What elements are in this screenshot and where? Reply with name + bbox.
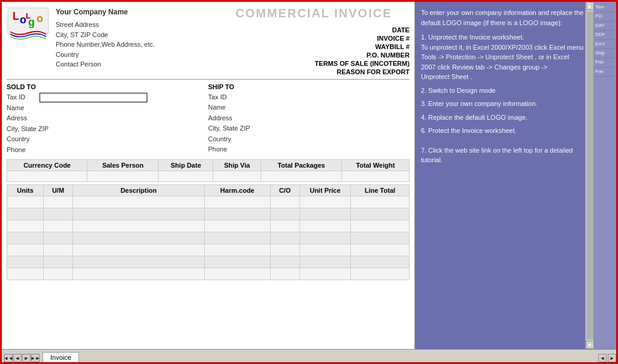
items-cell: [351, 256, 410, 268]
step7: 7. Click the web site link on the left t…: [421, 145, 585, 165]
items-cell: [299, 268, 351, 280]
sidebar-intro-text: To enter your own company information an…: [421, 8, 585, 28]
bottom-scroll-group: ◄ ►: [597, 354, 616, 362]
items-cell: [7, 268, 44, 280]
ship-phone-row: Phone: [208, 145, 409, 154]
items-row: [7, 208, 410, 220]
step2-text: 2. Switch to: [421, 87, 455, 94]
ship-to-section: SHIP TO Tax ID Name Address City, State …: [208, 83, 409, 156]
items-cell: [270, 232, 299, 244]
items-cell: [351, 220, 410, 232]
invoice-tab[interactable]: Invoice: [43, 352, 79, 362]
sold-to-section: SOLD TO Tax ID Name Adress City, State Z…: [7, 83, 208, 156]
main-area: L L L o g o Your Company N: [2, 2, 616, 349]
invoice-header: L L L o g o Your Company N: [2, 2, 414, 79]
items-cell: [44, 256, 73, 268]
items-table: Units U/M Description Harm.code C/O Unit…: [7, 184, 410, 280]
cell-total-weight: [341, 171, 409, 181]
step1-bold2: Review: [452, 63, 474, 71]
items-cell: [44, 268, 73, 280]
scroll-left-btn[interactable]: ◄: [598, 354, 607, 362]
items-cell: [351, 232, 410, 244]
sold-phone-row: Phone: [7, 145, 208, 154]
scroll-up-btn[interactable]: ▲: [586, 2, 594, 10]
items-cell: [204, 232, 270, 244]
tab-last-btn[interactable]: ►►: [31, 354, 40, 362]
items-row: [7, 244, 410, 256]
tab-prev-btn[interactable]: ◄: [13, 354, 22, 362]
far-right-item-1: FO.: [595, 12, 615, 21]
far-right-item-6: Frei: [595, 58, 615, 67]
items-cell: [270, 256, 299, 268]
cell-currency: [7, 171, 87, 181]
items-row: [7, 220, 410, 232]
step1-bold1: Unprotect Sheet: [486, 53, 534, 60]
ship-address-row: Address: [208, 114, 409, 123]
tab-next-btn[interactable]: ►: [22, 354, 31, 362]
tab-first-btn[interactable]: ◄◄: [4, 354, 13, 362]
ship-name-label: Name: [208, 103, 241, 112]
ship-tax-id-label: Tax ID: [208, 93, 241, 102]
svg-text:g: g: [28, 16, 35, 28]
sidebar-intro: To enter your own company information an…: [421, 8, 585, 28]
cell-ship-date: [159, 171, 213, 181]
sold-address-label: Adress: [7, 114, 40, 123]
sidebar: To enter your own company information an…: [415, 2, 616, 349]
far-right-item-5: Ship: [595, 49, 615, 58]
step2-mode: mode: [479, 87, 496, 94]
waybill-row: WAYBILL #: [218, 43, 410, 50]
sold-country-row: Country: [7, 135, 208, 144]
scroll-right-btn[interactable]: ►: [608, 354, 616, 362]
items-cell: [270, 196, 299, 208]
items-cell: [299, 256, 351, 268]
items-cell: [299, 220, 351, 232]
step1-bold3: Changes: [495, 63, 521, 71]
items-cell: [44, 244, 73, 256]
ship-city-label: City, State ZIP: [208, 124, 250, 133]
svg-text:o: o: [20, 14, 26, 26]
sold-tax-id-label: Tax ID: [7, 93, 40, 102]
sidebar-scrollbar: ▲ ▼: [585, 2, 593, 349]
items-cell: [299, 196, 351, 208]
step1-bold4: Unprotect Sheet: [421, 73, 469, 80]
far-right-item-3: DDF: [595, 31, 615, 40]
items-cell: [204, 244, 270, 256]
sold-name-label: Name: [7, 104, 40, 113]
items-cell: [44, 196, 73, 208]
invoice-title-area: COMMERCIAL INVOICE DATE INVOICE # WAYBIL…: [218, 7, 410, 77]
date-row: DATE: [218, 26, 410, 34]
step2-bold: Design: [457, 87, 477, 94]
step2: 2. Switch to Design mode: [421, 86, 585, 96]
address-line5: Contact Person: [56, 59, 218, 69]
svg-text:o: o: [37, 13, 43, 25]
step6: 6. Protect the Invoice worksheet.: [421, 126, 585, 136]
sold-country-label: Country: [7, 135, 40, 144]
far-right-item-2: DAT: [595, 22, 615, 31]
items-cell: [72, 244, 204, 256]
cell-sales-person: [87, 171, 159, 181]
items-cell: [72, 256, 204, 268]
step1-title: 1. Unprotect the Invoice worksheet.: [421, 34, 524, 41]
items-cell: [204, 208, 270, 220]
items-cell: [7, 196, 44, 208]
items-cell: [72, 232, 204, 244]
items-cell: [204, 196, 270, 208]
ship-country-label: Country: [208, 135, 241, 144]
terms-row: TERMS OF SALE (INCOTERM): [218, 60, 410, 67]
sidebar-content: To enter your own company information an…: [421, 8, 585, 169]
items-cell: [7, 208, 44, 220]
col-unit-price: Unit Price: [299, 184, 351, 196]
logo-box: L L L o g o: [7, 7, 50, 43]
col-total-weight: Total Weight: [341, 159, 409, 171]
step7-text: 7. Click the web site link on the left t…: [421, 147, 573, 164]
step6-text: 6. Protect the: [421, 127, 460, 134]
items-row: [7, 232, 410, 244]
tax-id-input[interactable]: [40, 93, 147, 102]
scroll-thumb: [586, 11, 593, 339]
reason-label: REASON FOR EXPORT: [337, 68, 410, 75]
company-info: Your Company Name Street Address City, S…: [56, 7, 218, 69]
invoice-label: INVOICE #: [377, 35, 409, 42]
tab-nav-group: ◄◄ ◄ ► ►►: [4, 354, 40, 362]
scroll-down-btn[interactable]: ▼: [586, 341, 594, 349]
col-ship-via: Ship Via: [213, 159, 261, 171]
